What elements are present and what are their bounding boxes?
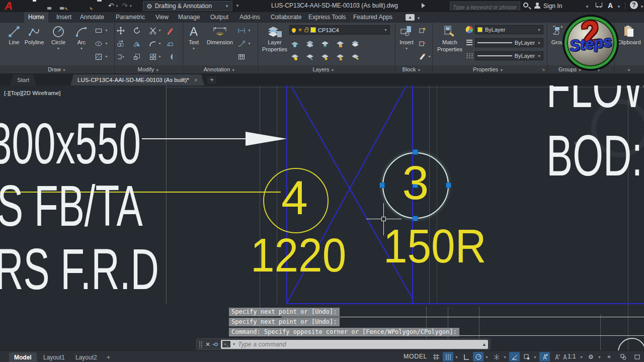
command-input[interactable] bbox=[238, 341, 480, 348]
viewport-controls[interactable]: [-][Top][2D Wireframe] bbox=[4, 90, 60, 96]
layout2-tab[interactable]: Layout2 bbox=[70, 352, 102, 362]
offset-icon[interactable] bbox=[166, 53, 174, 61]
isolate-objects-icon[interactable] bbox=[618, 352, 628, 361]
tab-insert[interactable]: Insert bbox=[52, 12, 75, 23]
object-color-dropdown[interactable]: ByLayer ▼ bbox=[475, 25, 543, 34]
plot-icon[interactable] bbox=[96, 2, 104, 10]
dim-linear-icon[interactable] bbox=[237, 27, 246, 35]
rectangle-tool-icon[interactable] bbox=[95, 27, 103, 35]
workspace-dropdown-icon[interactable]: ▼ bbox=[598, 355, 601, 359]
polyline-button[interactable]: Polyline bbox=[23, 25, 45, 45]
linetype-icon[interactable] bbox=[465, 52, 473, 60]
array-dropdown-icon[interactable]: ▼ bbox=[158, 55, 162, 58]
redo-dropdown-icon[interactable]: ▾ bbox=[130, 4, 132, 8]
search-input[interactable] bbox=[450, 4, 520, 11]
layer-match-icon[interactable] bbox=[351, 40, 359, 48]
file-tab-drawing[interactable]: LUS-CP13C4-AAI-SD-ME-00103 (As built)*× bbox=[70, 74, 204, 85]
expand-history-icon[interactable]: ▲ bbox=[482, 342, 487, 347]
customize-wrench-icon[interactable]: ⚲ bbox=[212, 342, 219, 346]
user-icon[interactable] bbox=[534, 3, 540, 9]
open-folder-icon[interactable] bbox=[33, 2, 41, 10]
autodesk-dropdown-icon[interactable]: ▼ bbox=[617, 5, 621, 9]
annotation-panel-label[interactable]: Annotation ▼ bbox=[191, 66, 248, 73]
ellipse-dropdown-icon[interactable]: ▼ bbox=[105, 42, 108, 45]
scale-dropdown-icon[interactable]: ▼ bbox=[580, 355, 583, 359]
fillet-icon[interactable] bbox=[149, 40, 157, 48]
layer-paint-icon[interactable] bbox=[351, 53, 359, 61]
new-file-icon[interactable] bbox=[20, 2, 29, 10]
draw-panel-label[interactable]: Draw ▼ bbox=[30, 66, 84, 73]
workspace-selector[interactable]: ⚙ Drafting & Annotation ▼ bbox=[143, 1, 232, 11]
leader-dropdown-icon[interactable]: ▼ bbox=[248, 42, 251, 45]
tab-output[interactable]: Output bbox=[206, 12, 232, 23]
grid-display-icon[interactable] bbox=[431, 352, 441, 361]
close-command-icon[interactable]: ✕ bbox=[205, 341, 210, 347]
isometric-drafting-icon[interactable] bbox=[491, 352, 502, 361]
tab-featured-apps[interactable]: Featured Apps bbox=[349, 12, 396, 23]
tab-manage[interactable]: Manage bbox=[174, 12, 204, 23]
object-snap-tracking-icon[interactable] bbox=[509, 352, 520, 361]
erase-icon[interactable] bbox=[166, 27, 174, 35]
layer-lock-icon[interactable] bbox=[336, 40, 344, 48]
tab-addins[interactable]: Add-ins bbox=[235, 12, 264, 23]
layer-unisolate-icon[interactable] bbox=[306, 40, 314, 48]
annotation-scale-value[interactable]: 1:1 bbox=[568, 353, 576, 360]
tab-parametric[interactable]: Parametric bbox=[112, 12, 149, 23]
arc-button[interactable]: Arc ▼ bbox=[71, 25, 92, 50]
block-more-dropdown-icon[interactable]: ▼ bbox=[428, 55, 431, 58]
trim-icon[interactable] bbox=[149, 27, 157, 35]
model-tab[interactable]: Model bbox=[9, 352, 37, 362]
ortho-mode-icon[interactable] bbox=[461, 352, 471, 361]
move-icon[interactable] bbox=[117, 27, 125, 35]
search-icon[interactable] bbox=[523, 3, 528, 8]
properties-panel-label[interactable]: Properties ▼ bbox=[458, 66, 518, 73]
color-wheel-icon[interactable] bbox=[465, 26, 473, 34]
autodesk-account-icon[interactable]: A bbox=[608, 2, 613, 10]
autocad-logo-icon[interactable]: A bbox=[2, 0, 15, 12]
grip-right[interactable] bbox=[446, 183, 451, 188]
array-icon[interactable] bbox=[149, 53, 157, 61]
export-mobile-icon[interactable] bbox=[70, 2, 79, 10]
circle-button[interactable]: Circle ▼ bbox=[48, 25, 68, 50]
drag-handle-icon[interactable] bbox=[199, 341, 202, 348]
leader-icon[interactable] bbox=[237, 40, 246, 48]
layer-properties-button[interactable]: Layer Properties bbox=[262, 25, 288, 52]
polar-tracking-icon[interactable] bbox=[473, 352, 484, 361]
tab-collaborate[interactable]: Collaborate bbox=[267, 12, 305, 23]
stretch-icon[interactable] bbox=[117, 53, 125, 61]
sign-in-link[interactable]: Sign In bbox=[543, 3, 562, 10]
hatch-dropdown-icon[interactable]: ▼ bbox=[105, 55, 108, 58]
trim-dropdown-icon[interactable]: ▼ bbox=[158, 29, 162, 32]
modify-panel-label[interactable]: Modify ▼ bbox=[121, 66, 176, 73]
grip-top[interactable] bbox=[413, 149, 418, 155]
workspace-gear-icon[interactable]: ⚙ bbox=[586, 352, 596, 361]
clean-screen-icon[interactable] bbox=[632, 352, 642, 361]
sign-in-dropdown-icon[interactable]: ▼ bbox=[585, 5, 589, 9]
layer-current-icon[interactable] bbox=[306, 53, 314, 61]
layout1-tab[interactable]: Layout1 bbox=[38, 352, 70, 362]
layer-on-icon[interactable] bbox=[292, 28, 296, 32]
command-prompt-icon[interactable]: >_ bbox=[222, 341, 230, 347]
help-dropdown-icon[interactable]: ▼ bbox=[640, 5, 644, 9]
dimension-button[interactable]: Dimension bbox=[204, 25, 235, 45]
undo-icon[interactable]: ↶ bbox=[108, 2, 114, 10]
match-properties-button[interactable]: Match Properties bbox=[436, 25, 464, 52]
app-store-cart-icon[interactable] bbox=[596, 3, 602, 7]
dim-linear-dropdown-icon[interactable]: ▼ bbox=[248, 29, 251, 32]
close-tab-icon[interactable]: × bbox=[194, 77, 197, 83]
lineweight-dropdown[interactable]: ByLayer ▼ bbox=[475, 38, 543, 47]
layer-freeze-icon[interactable] bbox=[321, 40, 329, 48]
command-line-dock[interactable]: ✕ ⚲ >_ ▼ ▲ bbox=[196, 338, 491, 350]
undo-dropdown-icon[interactable]: ▾ bbox=[116, 4, 118, 8]
explode-icon[interactable] bbox=[166, 40, 174, 48]
new-drawing-tab-button[interactable]: + bbox=[207, 76, 216, 84]
arc-dropdown-icon[interactable]: ▼ bbox=[80, 47, 84, 50]
help-icon[interactable]: ? bbox=[630, 1, 638, 9]
copy-icon[interactable] bbox=[117, 40, 125, 48]
edit-block-icon[interactable] bbox=[419, 40, 427, 48]
snap-dropdown-icon[interactable]: ▼ bbox=[455, 355, 458, 359]
layer-thaw-icon[interactable]: ☀ bbox=[298, 28, 302, 33]
info-center-arrow-icon[interactable] bbox=[422, 3, 428, 8]
layer-thaw-all-icon[interactable] bbox=[321, 53, 329, 61]
ribbon-collapse-dropdown-icon[interactable]: ▼ bbox=[417, 16, 421, 21]
